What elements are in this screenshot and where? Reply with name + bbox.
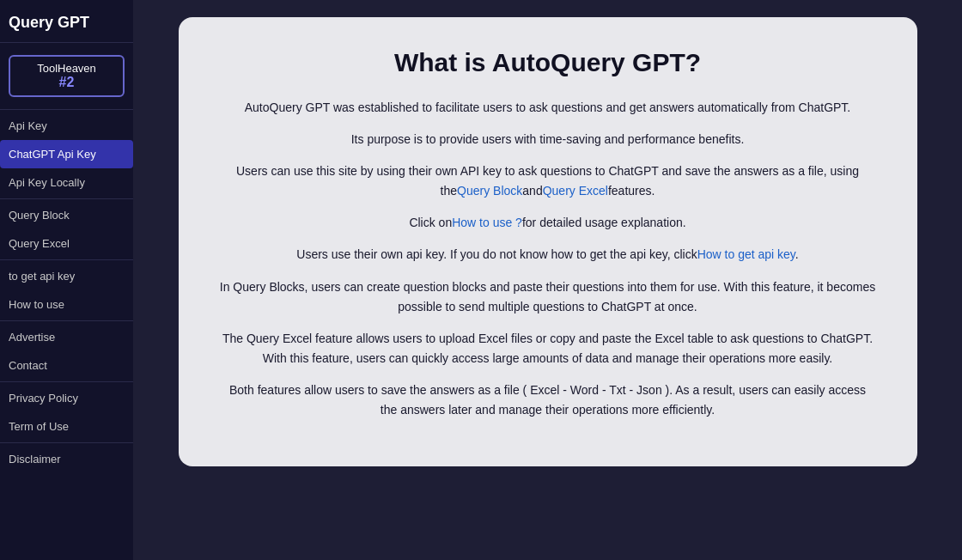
info-card: What is AutoQuery GPT? AutoQuery GPT was… — [179, 17, 917, 466]
para-2: Its purpose is to provide users with tim… — [220, 130, 876, 149]
sidebar-title: Query GPT — [0, 0, 133, 43]
para-3-post: features. — [608, 184, 655, 198]
sidebar-item-query-block[interactable]: Query Block — [0, 201, 133, 229]
para-3: Users can use this site by using their o… — [220, 161, 876, 201]
tool-heaven-badge[interactable]: ToolHeaven #2 — [9, 55, 125, 97]
sidebar-divider-4 — [0, 381, 133, 382]
sidebar-divider-1 — [0, 198, 133, 199]
card-title: What is AutoQuery GPT? — [220, 48, 876, 77]
sidebar-item-term-of-use[interactable]: Term of Use — [0, 412, 133, 441]
para-3-mid: and — [522, 184, 542, 198]
badge-label: ToolHeaven — [37, 62, 96, 75]
sidebar-divider-3 — [0, 320, 133, 321]
sidebar-item-contact[interactable]: Contact — [0, 351, 133, 380]
how-to-get-api-key-link[interactable]: How to get api key — [697, 247, 795, 261]
para-5-post: . — [795, 247, 799, 261]
sidebar-item-privacy-policy[interactable]: Privacy Policy — [0, 384, 133, 412]
sidebar-item-disclaimer[interactable]: Disclaimer — [0, 445, 133, 473]
para-5: Users use their own api key. If you do n… — [220, 245, 876, 265]
sidebar-item-chatgpt-api-key[interactable]: ChatGPT Api Key — [0, 140, 133, 168]
sidebar-item-how-to-use[interactable]: How to use — [0, 290, 133, 319]
sidebar-divider-top — [0, 109, 133, 110]
sidebar-item-api-key-locally[interactable]: Api Key Locally — [0, 168, 133, 197]
para-1: AutoQuery GPT was established to facilit… — [220, 98, 876, 118]
sidebar-item-query-excel[interactable]: Query Excel — [0, 229, 133, 258]
para-4-pre: Click on — [409, 216, 452, 229]
para-4: Click onHow to use ?for detailed usage e… — [220, 213, 876, 233]
sidebar-divider-5 — [0, 442, 133, 443]
how-to-use-link[interactable]: How to use ? — [452, 216, 522, 229]
sidebar: Query GPT ToolHeaven #2 Api Key ChatGPT … — [0, 0, 133, 560]
sidebar-item-api-key[interactable]: Api Key — [0, 112, 133, 140]
main-content: What is AutoQuery GPT? AutoQuery GPT was… — [133, 0, 962, 560]
para-5-pre: Users use their own api key. If you do n… — [296, 247, 697, 261]
query-block-link[interactable]: Query Block — [457, 184, 522, 198]
para-8: Both features allow users to save the an… — [220, 380, 876, 420]
sidebar-divider-2 — [0, 259, 133, 260]
query-excel-link[interactable]: Query Excel — [543, 184, 608, 198]
sidebar-item-advertise[interactable]: Advertise — [0, 323, 133, 351]
badge-num: #2 — [17, 75, 116, 90]
sidebar-item-how-to-get-api-key[interactable]: to get api key — [0, 262, 133, 290]
para-6: In Query Blocks, users can create questi… — [220, 277, 876, 317]
para-7: The Query Excel feature allows users to … — [220, 329, 876, 368]
para-4-post: for detailed usage explanation. — [522, 216, 686, 229]
